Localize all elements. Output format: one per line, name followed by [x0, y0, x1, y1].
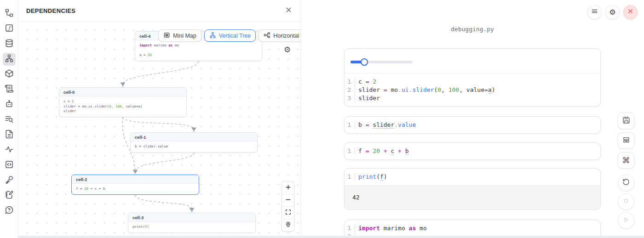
sidebar-item-list-search[interactable]	[3, 113, 16, 126]
line-number: 3	[345, 94, 355, 102]
command-icon: ⌘	[622, 157, 630, 164]
marimo-app: ƒ DEPENDENCIES	[0, 0, 644, 238]
graph-node-title: cell-1	[131, 133, 257, 142]
graph-node-code: c = 2slider = mo.ui.slider(0, 100, value…	[59, 96, 186, 117]
layout-button[interactable]	[618, 132, 634, 149]
undo-button[interactable]	[618, 175, 634, 191]
slider-input[interactable]	[351, 61, 413, 63]
zoom-out-button[interactable]	[282, 194, 294, 206]
graph-node-cell-1[interactable]: cell-1 b = slider.value	[130, 132, 258, 153]
panel-title: DEPENDENCIES	[26, 7, 75, 14]
sidebar-item-dependencies[interactable]	[3, 53, 16, 66]
packages-icon	[5, 69, 14, 80]
sidebar-item-documentation[interactable]	[3, 129, 16, 142]
functions-icon: ƒ	[5, 23, 14, 34]
line-number: 1	[345, 224, 355, 232]
maximize-icon	[285, 209, 291, 217]
code-line: b = slider.value	[135, 144, 253, 149]
line-number: 1	[345, 121, 355, 129]
keyboard-shortcuts-button[interactable]: ⌘	[618, 152, 634, 169]
icon-sidebar: ƒ	[0, 0, 18, 238]
sidebar-item-snippets[interactable]	[3, 159, 16, 172]
minimap-view-button[interactable]: Mini Map	[158, 29, 201, 42]
sidebar-item-functions[interactable]: ƒ	[3, 23, 16, 35]
slider-thumb[interactable]	[361, 58, 368, 66]
line-number: 1	[345, 78, 355, 86]
console-output: 42	[345, 185, 600, 209]
code-line: 1f = 20 + c + b	[345, 147, 600, 155]
line-number: 1	[345, 147, 355, 155]
graph-node-cell-0[interactable]: cell-0 c = 2slider = mo.ui.slider(0, 100…	[59, 87, 187, 117]
sidebar-item-tracing[interactable]	[3, 144, 16, 157]
dependencies-panel: DEPENDENCIES	[18, 0, 301, 238]
notebook-menu-button[interactable]	[587, 5, 602, 19]
dependencies-panel-header: DEPENDENCIES	[18, 0, 301, 22]
graph-node-title: cell-0	[59, 88, 186, 96]
horizontal-scrollbar[interactable]	[18, 236, 644, 238]
file-tree-icon	[5, 8, 14, 19]
graph-node-code: print(f)	[128, 222, 255, 232]
code-line: a = 20	[139, 53, 258, 58]
gear-icon: ⚙	[609, 9, 615, 16]
database-icon	[5, 39, 14, 50]
svg-text:ƒ: ƒ	[7, 25, 11, 31]
fit-view-button[interactable]	[282, 206, 294, 219]
notebook-settings-button[interactable]: ⚙	[605, 5, 620, 19]
save-button[interactable]	[618, 113, 634, 129]
code-line: 2slider = mo.ui.slider(0, 100, value=a)	[345, 86, 600, 94]
shutdown-button[interactable]	[623, 5, 638, 19]
horizontal-tree-view-label: Horizontal Tree	[273, 33, 301, 39]
scratchpad-icon	[5, 190, 14, 201]
minimap-icon	[163, 32, 170, 40]
code-line: print(f)	[132, 225, 251, 230]
graph-node-cell-3[interactable]: cell-3 print(f)	[128, 213, 256, 233]
code-editor[interactable]: 1print(f)	[345, 169, 600, 185]
dependency-graph-icon	[5, 54, 14, 65]
logs-icon	[5, 84, 14, 95]
cell-slider: 1c = 22slider = mo.ui.slider(0, 100, val…	[344, 48, 601, 107]
notebook-filename: debugging.py	[344, 26, 601, 33]
list-search-icon	[5, 114, 14, 125]
play-icon	[622, 216, 630, 225]
minus-icon	[285, 196, 291, 204]
code-editor[interactable]: 1b = slider.value	[345, 117, 600, 133]
sidebar-item-help[interactable]	[3, 204, 16, 217]
sidebar-item-logs[interactable]	[3, 83, 16, 96]
code-line: 1print(f)	[345, 173, 600, 181]
graph-node-title: cell-3	[128, 213, 255, 222]
cell-f: 1f = 20 + c + b	[344, 142, 601, 160]
help-icon	[5, 205, 14, 216]
vertical-tree-view-button[interactable]: Vertical Tree	[204, 29, 256, 42]
dependency-graph-canvas[interactable]: cell-4 import marimo as mo a = 20 cell-0…	[18, 22, 301, 238]
cell-b: 1b = slider.value	[344, 116, 601, 134]
code-editor[interactable]: 1c = 22slider = mo.ui.slider(0, 100, val…	[345, 74, 600, 107]
code-line: f = 20 + c + b	[76, 187, 195, 192]
graph-node-title: cell-2	[72, 175, 199, 184]
notebook-area: debugging.py ⚙ 1c = 22slider = mo.ui.sli…	[301, 0, 644, 238]
stop-button[interactable]	[618, 193, 634, 210]
save-icon	[622, 116, 630, 126]
sidebar-item-secrets[interactable]	[3, 174, 16, 187]
code-line: 1import marimo as mo	[345, 224, 600, 232]
sidebar-item-scratchpad[interactable]	[3, 189, 16, 202]
code-line: import marimo as mo	[139, 43, 258, 48]
graph-settings-button[interactable]: ⚙	[284, 46, 291, 54]
hamburger-icon	[591, 8, 598, 17]
center-selection-button[interactable]	[282, 219, 294, 231]
layout-icon	[622, 136, 630, 146]
horizontal-tree-view-button[interactable]: Horizontal Tree	[259, 29, 301, 42]
close-panel-button[interactable]	[284, 6, 293, 16]
sidebar-item-file-tree[interactable]	[3, 7, 16, 20]
graph-node-code: f = 20 + c + b	[72, 184, 199, 194]
code-line: slider = mo.ui.slider(0, 100, value=a)	[63, 104, 182, 109]
sidebar-item-datasources[interactable]	[3, 38, 16, 51]
slider-output-area	[345, 49, 600, 74]
zoom-in-button[interactable]	[282, 181, 294, 194]
sidebar-item-ai-chat[interactable]	[3, 98, 16, 111]
run-button[interactable]	[618, 212, 634, 229]
graph-node-cell-2[interactable]: cell-2 f = 20 + c + b	[71, 175, 199, 195]
code-editor[interactable]: 1f = 20 + c + b	[345, 143, 600, 159]
vertical-tree-view-label: Vertical Tree	[219, 33, 251, 39]
sidebar-item-packages[interactable]	[3, 68, 16, 81]
graph-node-code: b = slider.value	[131, 142, 257, 152]
